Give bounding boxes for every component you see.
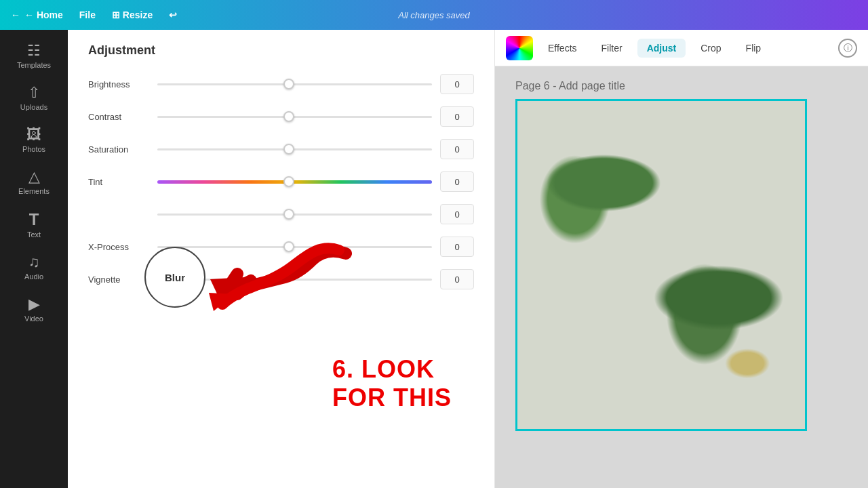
undo-icon: ↩ <box>169 9 177 20</box>
video-icon: ▶ <box>28 297 40 312</box>
resize-button[interactable]: ⊞ Resize <box>112 9 153 20</box>
flip-tab[interactable]: Flip <box>736 39 771 58</box>
saved-status: All changes saved <box>398 10 470 20</box>
xprocess-label: X-Process <box>88 242 149 252</box>
topbar: ← ← Home File ⊞ Resize ↩ All changes sav… <box>0 0 868 30</box>
sidebar-item-photos[interactable]: 🖼 Photos <box>0 119 68 161</box>
svg-marker-1 <box>209 293 234 311</box>
elements-label: Elements <box>18 187 50 195</box>
tint-label: Tint <box>88 177 149 187</box>
sidebar-item-uploads[interactable]: ⇧ Uploads <box>0 77 68 119</box>
contrast-slider[interactable] <box>157 110 432 123</box>
saturation-label: Saturation <box>88 144 149 155</box>
image-toolbar: Effects Filter Adjust Crop Flip ⓘ <box>495 30 868 66</box>
uploads-label: Uploads <box>20 103 47 111</box>
uploads-icon: ⇧ <box>28 85 40 100</box>
info-icon: ⓘ <box>844 42 852 54</box>
look-for-this-text: 6. LOOK FOR THIS <box>332 355 494 412</box>
info-button[interactable]: ⓘ <box>838 39 857 58</box>
back-button[interactable]: ← ← Home <box>11 9 63 20</box>
vignette-value: 0 <box>440 269 474 289</box>
saturation-slider[interactable] <box>157 142 432 156</box>
vignette-label: Vignette <box>88 274 149 285</box>
adjust-tab[interactable]: Adjust <box>637 39 686 58</box>
main-layout: ☷ Templates ⇧ Uploads 🖼 Photos △ Element… <box>0 30 868 488</box>
file-button[interactable]: File <box>79 9 96 20</box>
tint-slider[interactable] <box>157 175 432 188</box>
video-label: Video <box>24 314 43 323</box>
effects-tab[interactable]: Effects <box>538 39 587 58</box>
saturation-value: 0 <box>440 139 474 159</box>
xprocess-slider[interactable] <box>157 240 432 253</box>
contrast-value: 0 <box>440 106 474 127</box>
leaf-image <box>517 101 805 429</box>
brightness-row: Brightness 0 <box>88 74 474 94</box>
tint-value: 0 <box>440 171 474 192</box>
crop-tab[interactable]: Crop <box>691 39 730 58</box>
audio-label: Audio <box>24 272 43 281</box>
resize-label: ⊞ Resize <box>112 9 153 20</box>
templates-icon: ☷ <box>27 43 41 58</box>
photos-icon: 🖼 <box>26 127 41 142</box>
text-icon: T <box>29 211 39 228</box>
sidebar-item-elements[interactable]: △ Elements <box>0 161 68 203</box>
sidebar-item-templates[interactable]: ☷ Templates <box>0 35 68 77</box>
color-button[interactable] <box>506 36 533 60</box>
xprocess-row: X-Process 0 <box>88 237 474 257</box>
brightness-value: 0 <box>440 74 474 94</box>
adjustment-panel: Adjustment Brightness 0 Contrast 0 Satur… <box>68 30 495 488</box>
tint-row: Tint 0 <box>88 171 474 192</box>
image-frame[interactable] <box>515 99 807 431</box>
sidebar-item-video[interactable]: ▶ Video <box>0 289 68 331</box>
undo-button[interactable]: ↩ <box>169 9 177 20</box>
blur-circle-annotation: Blur <box>144 247 205 308</box>
xprocess-value: 0 <box>440 237 474 257</box>
photos-label: Photos <box>22 145 45 153</box>
blur-circle-label: Blur <box>165 272 185 283</box>
elements-icon: △ <box>28 169 40 184</box>
home-label: ← Home <box>24 9 63 20</box>
blur-slider[interactable] <box>157 207 432 221</box>
contrast-row: Contrast 0 <box>88 106 474 127</box>
text-label: Text <box>27 230 41 239</box>
brightness-slider[interactable] <box>157 77 432 91</box>
canvas-area: Page 6 - Add page title <box>495 66 868 488</box>
adjustment-title: Adjustment <box>88 43 474 58</box>
brightness-label: Brightness <box>88 79 149 89</box>
blur-row: Blur 0 <box>88 204 474 224</box>
blur-value: 0 <box>440 204 474 224</box>
sidebar: ☷ Templates ⇧ Uploads 🖼 Photos △ Element… <box>0 30 68 488</box>
page-title[interactable]: Page 6 - Add page title <box>515 80 625 92</box>
file-label: File <box>79 9 96 20</box>
templates-label: Templates <box>17 61 51 69</box>
contrast-label: Contrast <box>88 112 149 122</box>
filter-tab[interactable]: Filter <box>592 39 632 58</box>
audio-icon: ♫ <box>28 255 40 270</box>
saturation-row: Saturation 0 <box>88 139 474 159</box>
sidebar-item-text[interactable]: T Text <box>0 203 68 247</box>
sidebar-item-audio[interactable]: ♫ Audio <box>0 247 68 289</box>
back-arrow-icon: ← <box>11 9 20 20</box>
right-area: Effects Filter Adjust Crop Flip ⓘ Page 6… <box>495 30 868 488</box>
